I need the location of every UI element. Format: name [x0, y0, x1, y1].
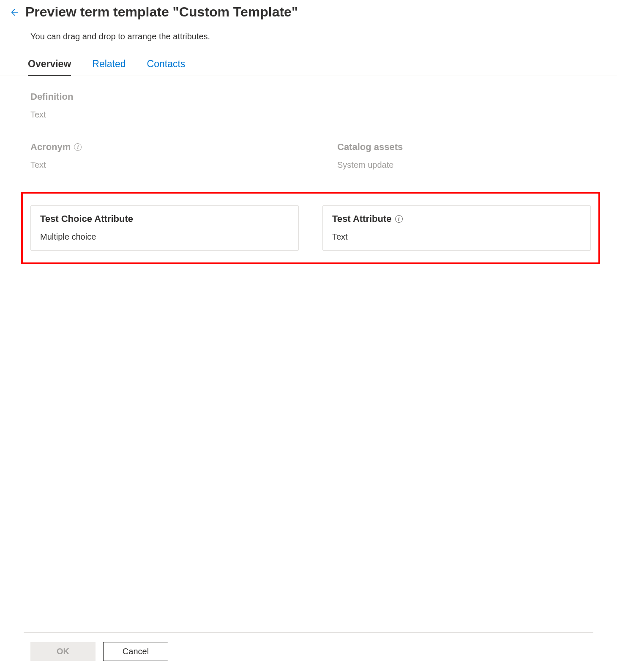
tab-contacts[interactable]: Contacts: [147, 58, 186, 76]
custom-attr-title: Test Choice Attribute: [40, 213, 289, 224]
custom-attr-card[interactable]: Test Attribute i Text: [322, 205, 591, 251]
acronym-label-text: Acronym: [30, 142, 71, 153]
custom-attr-card[interactable]: Test Choice Attribute Multiple choice: [30, 205, 299, 251]
subtitle-text: You can drag and drop to arrange the att…: [0, 20, 617, 41]
back-arrow-icon[interactable]: [9, 7, 20, 18]
custom-attr-title-text: Test Attribute: [332, 213, 392, 224]
ok-button[interactable]: OK: [30, 642, 96, 661]
cancel-button[interactable]: Cancel: [103, 642, 168, 661]
custom-attr-value: Multiple choice: [40, 232, 289, 242]
custom-attr-title-text: Test Choice Attribute: [40, 213, 133, 224]
definition-value: Text: [30, 110, 593, 120]
definition-label: Definition: [30, 91, 593, 102]
tab-related[interactable]: Related: [92, 58, 126, 76]
info-icon[interactable]: i: [395, 215, 403, 223]
catalog-value: System update: [337, 160, 593, 170]
custom-attr-title: Test Attribute i: [332, 213, 581, 224]
highlight-box: Test Choice Attribute Multiple choice Te…: [21, 192, 600, 264]
tabs-container: Overview Related Contacts: [0, 41, 617, 76]
tab-overview[interactable]: Overview: [28, 58, 71, 76]
acronym-value: Text: [30, 160, 287, 170]
info-icon[interactable]: i: [74, 143, 82, 151]
custom-attr-value: Text: [332, 232, 581, 242]
acronym-label: Acronym i: [30, 142, 287, 153]
catalog-label: Catalog assets: [337, 142, 593, 153]
page-title: Preview term template "Custom Template": [25, 4, 298, 20]
footer: OK Cancel: [24, 632, 593, 661]
footer-divider: [24, 632, 593, 633]
